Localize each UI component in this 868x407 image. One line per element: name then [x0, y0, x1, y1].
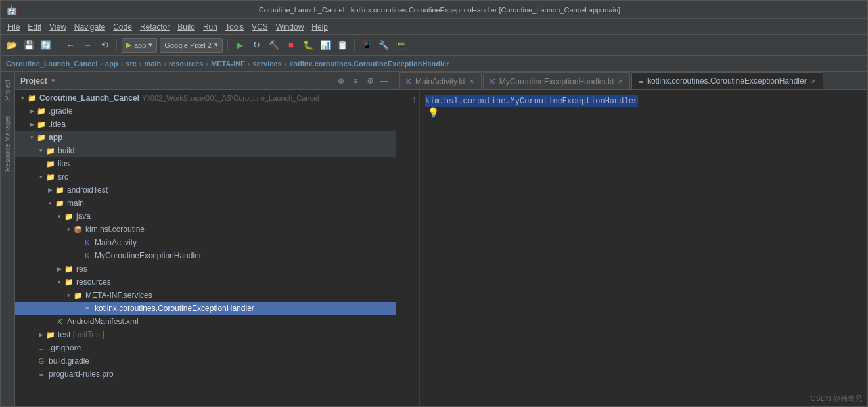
project-sidebar-tab[interactable]: Project [3, 77, 12, 103]
panel-scroll-btn[interactable]: ≡ [350, 75, 361, 87]
tree-arrow-src: ▾ [36, 174, 45, 180]
tree-item-gradle-hidden[interactable]: ▶ 📁 .gradle [15, 105, 396, 118]
tree-item-main[interactable]: ▾ 📁 main [15, 197, 396, 210]
tree-label-proguard: proguard-rules.pro [49, 370, 114, 379]
build-btn[interactable]: 🔨 [267, 38, 281, 53]
avd-btn[interactable]: 📱 [359, 38, 374, 53]
tab-mycoroutine-icon: K [490, 78, 495, 85]
menu-run[interactable]: Run [199, 21, 221, 33]
breadcrumb-sep-5: › [248, 60, 250, 68]
toolbar-sync-btn[interactable]: 🔄 [39, 38, 53, 53]
tree-label-mycoroutine: MyCoroutineExceptionHandler [95, 251, 202, 260]
toolbar-open-btn[interactable]: 📂 [5, 38, 19, 53]
project-panel-dropdown-arrow[interactable]: ▾ [51, 76, 55, 85]
panel-close-btn[interactable]: — [378, 75, 390, 87]
app-dropdown[interactable]: ▶ app ▾ [122, 38, 157, 53]
tree-item-gitignore[interactable]: ≡ .gitignore [15, 341, 396, 354]
toolbar-save-btn[interactable]: 💾 [22, 38, 36, 53]
folder-resources-icon: 📁 [64, 277, 74, 287]
breadcrumb-4[interactable]: resources [169, 60, 204, 68]
panel-options-btn[interactable]: ⚙ [364, 75, 376, 87]
breadcrumb-6[interactable]: services [253, 60, 282, 68]
run-btn[interactable]: ▶ [233, 38, 247, 53]
project-tree[interactable]: ▾ 📁 Coroutine_Launch_Cancel Y:\002_WorkS… [15, 90, 396, 406]
menu-refactor[interactable]: Refactor [136, 21, 173, 33]
tab-mycoroutine-close[interactable]: ✕ [618, 78, 623, 85]
title-bar-text: Coroutine_Launch_Cancel - kotlinx.corout… [259, 6, 620, 14]
menu-code[interactable]: Code [109, 21, 136, 33]
tab-coroutinehandler[interactable]: ≡ kotlinx.coroutines.CoroutineExceptionH… [631, 72, 823, 89]
device-manager-btn[interactable]: 📟 [394, 38, 408, 53]
menu-view[interactable]: View [45, 21, 70, 33]
panel-header-buttons: ⊕ ≡ ⚙ — [335, 75, 390, 87]
breadcrumb-2[interactable]: src [126, 60, 137, 68]
menu-edit[interactable]: Edit [24, 21, 45, 33]
rerun-btn[interactable]: ↻ [250, 38, 264, 53]
device-dropdown[interactable]: Google Pixel 2 ▾ [160, 38, 223, 53]
menu-help[interactable]: Help [308, 21, 332, 33]
sdk-btn[interactable]: 🔧 [377, 38, 391, 53]
menu-vcs[interactable]: VCS [248, 21, 272, 33]
attach-btn[interactable]: 🐛 [301, 38, 315, 53]
panel-locate-btn[interactable]: ⊕ [335, 75, 347, 87]
breadcrumb-sep-4: › [206, 60, 208, 68]
file-coroutinehandler-icon: ≡ [82, 304, 93, 313]
tree-item-metainf[interactable]: ▾ 📁 META-INF.services [15, 289, 396, 302]
tab-mainactivity-label: MainActivity.kt [415, 77, 465, 86]
tab-mycoroutine[interactable]: K MyCoroutineExceptionHandler.kt ✕ [483, 72, 631, 89]
tree-label-manifest: AndroidManifest.xml [67, 317, 139, 326]
stop-btn[interactable]: ■ [284, 38, 298, 53]
tree-label-root: Coroutine_Launch_Cancel [39, 93, 139, 103]
tree-item-manifest[interactable]: X AndroidManifest.xml [15, 315, 396, 328]
tree-item-proguard[interactable]: ≡ proguard-rules.pro [15, 368, 396, 381]
breadcrumb-1[interactable]: app [105, 60, 118, 68]
tree-item-src[interactable]: ▾ 📁 src [15, 170, 396, 183]
tree-arrow-build: ▾ [36, 147, 45, 154]
menu-window[interactable]: Window [272, 21, 308, 33]
toolbar-forward-btn[interactable]: → [80, 38, 95, 53]
bulb-icon[interactable]: 💡 [428, 107, 439, 119]
tree-item-libs[interactable]: 📁 libs [15, 157, 396, 170]
code-content[interactable]: kim.hsl.coroutine.MyCoroutineExceptionHa… [420, 90, 867, 406]
tree-label-androidtest: androidTest [67, 185, 108, 195]
resource-manager-tab[interactable]: Resource Manager [3, 113, 12, 174]
tree-item-mycoroutine[interactable]: K MyCoroutineExceptionHandler [15, 249, 396, 262]
tree-arrow-test: ▶ [36, 331, 45, 338]
menu-build[interactable]: Build [173, 21, 199, 33]
breadcrumb-7[interactable]: kotlinx.coroutines.CoroutineExceptionHan… [289, 60, 449, 68]
tree-item-package[interactable]: ▾ 📦 kim.hsl.coroutine [15, 223, 396, 236]
profile-btn[interactable]: 📊 [318, 38, 332, 53]
breadcrumb-sep-3: › [164, 60, 166, 68]
android-logo: 🤖 [6, 5, 17, 15]
project-panel-header: Project ▾ ⊕ ≡ ⚙ — [15, 72, 396, 90]
tree-item-res[interactable]: ▶ 📁 res [15, 262, 396, 275]
tree-item-root[interactable]: ▾ 📁 Coroutine_Launch_Cancel Y:\002_WorkS… [15, 91, 396, 105]
tree-arrow-res: ▶ [55, 266, 64, 272]
tab-mainactivity[interactable]: K MainActivity.kt ✕ [399, 72, 482, 89]
tab-coroutinehandler-close[interactable]: ✕ [811, 78, 816, 85]
breadcrumb-5[interactable]: META-INF [211, 60, 245, 68]
toolbar-back-btn[interactable]: ← [63, 38, 78, 53]
coverage-btn[interactable]: 📋 [335, 38, 350, 53]
tab-mainactivity-close[interactable]: ✕ [469, 78, 474, 85]
menu-file[interactable]: File [3, 21, 24, 33]
tree-item-build-gradle[interactable]: G build.gradle [15, 354, 396, 368]
tree-label-res: res [76, 264, 87, 274]
tab-coroutinehandler-label: kotlinx.coroutines.CoroutineExceptionHan… [647, 76, 807, 85]
breadcrumb-0[interactable]: Coroutine_Launch_Cancel [6, 60, 97, 68]
folder-java-icon: 📁 [64, 212, 74, 221]
menu-tools[interactable]: Tools [221, 21, 248, 33]
tree-item-mainactivity[interactable]: K MainActivity [15, 236, 396, 249]
tree-item-resources[interactable]: ▾ 📁 resources [15, 275, 396, 289]
tree-item-coroutinehandler[interactable]: ≡ kotlinx.coroutines.CoroutineExceptionH… [15, 302, 396, 315]
tree-item-idea[interactable]: ▶ 📁 .idea [15, 118, 396, 131]
tree-label-main: main [67, 199, 84, 208]
tree-item-androidtest[interactable]: ▶ 📁 androidTest [15, 183, 396, 197]
tree-item-java[interactable]: ▾ 📁 java [15, 210, 396, 223]
tree-item-app[interactable]: ▾ 📁 app [15, 131, 396, 144]
tree-item-test[interactable]: ▶ 📁 test [unitTest] [15, 328, 396, 341]
tree-item-build[interactable]: ▾ 📁 build [15, 144, 396, 157]
menu-navigate[interactable]: Navigate [70, 21, 109, 33]
toolbar-recent-btn[interactable]: ⟲ [97, 38, 112, 53]
breadcrumb-3[interactable]: main [144, 60, 161, 68]
